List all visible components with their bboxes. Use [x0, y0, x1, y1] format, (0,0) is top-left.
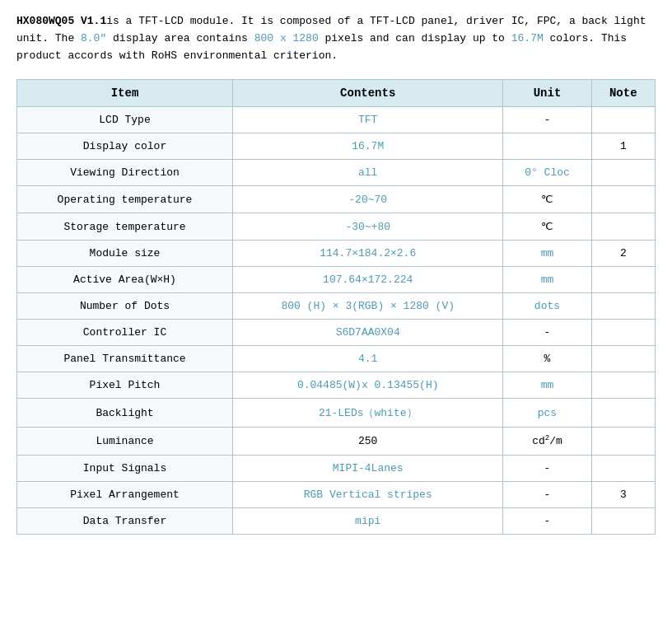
- cell-item: Input Signals: [17, 455, 233, 481]
- cell-note: [591, 346, 655, 372]
- cell-note: [591, 107, 655, 133]
- table-row: Pixel Pitch0.04485(W)x 0.13455(H)mm: [17, 372, 656, 399]
- cell-unit: 0° Cloc: [503, 160, 591, 186]
- cell-item: Pixel Pitch: [17, 372, 233, 399]
- table-row: Backlight21-LEDs（white）pcs: [17, 399, 656, 428]
- intro-text2: display area contains: [106, 32, 254, 44]
- cell-contents: -30~+80: [233, 213, 503, 241]
- cell-contents: 114.7×184.2×2.6: [233, 241, 503, 267]
- table-row: Controller ICS6D7AA0X04-: [17, 320, 656, 346]
- intro-paragraph: HX080WQ05 V1.1is a TFT-LCD module. It is…: [16, 13, 656, 64]
- table-row: Data Transfermipi-: [17, 507, 656, 534]
- colors: 16.7M: [511, 32, 544, 44]
- cell-unit: ℃: [503, 213, 591, 241]
- cell-note: 2: [591, 241, 655, 267]
- cell-item: Panel Transmittance: [17, 346, 233, 372]
- table-row: Display color16.7M1: [17, 133, 656, 160]
- cell-unit: ℃: [503, 186, 591, 213]
- cell-note: [591, 320, 655, 346]
- header-item: Item: [17, 80, 233, 107]
- cell-item: Operating temperature: [17, 186, 233, 213]
- cell-item: Controller IC: [17, 320, 233, 346]
- table-row: Pixel ArrangementRGB Vertical stripes-3: [17, 481, 656, 507]
- cell-contents: 0.04485(W)x 0.13455(H): [233, 372, 503, 399]
- cell-note: [591, 399, 655, 428]
- intro-text3: pixels and can display up to: [319, 32, 511, 44]
- table-row: Active Area(W×H)107.64×172.224mm: [17, 267, 656, 293]
- cell-contents: TFT: [233, 107, 503, 133]
- table-row: Number of Dots800 (H) × 3(RGB) × 1280 (V…: [17, 293, 656, 320]
- display-size: 8.0": [81, 32, 106, 44]
- cell-contents: RGB Vertical stripes: [233, 481, 503, 507]
- cell-contents: 4.1: [233, 346, 503, 372]
- cell-unit: [503, 133, 591, 160]
- cell-contents: 250: [233, 428, 503, 455]
- table-row: LCD TypeTFT-: [17, 107, 656, 133]
- cell-note: 1: [591, 133, 655, 160]
- cell-item: Number of Dots: [17, 293, 233, 320]
- cell-contents: -20~70: [233, 186, 503, 213]
- cell-unit: pcs: [503, 399, 591, 428]
- cell-contents: 16.7M: [233, 133, 503, 160]
- cell-item: Active Area(W×H): [17, 267, 233, 293]
- cell-note: [591, 455, 655, 481]
- cell-item: LCD Type: [17, 107, 233, 133]
- table-row: Input SignalsMIPI-4Lanes-: [17, 455, 656, 481]
- cell-unit: -: [503, 320, 591, 346]
- cell-item: Data Transfer: [17, 507, 233, 534]
- cell-note: [591, 186, 655, 213]
- cell-item: Module size: [17, 241, 233, 267]
- cell-contents: all: [233, 160, 503, 186]
- cell-note: [591, 160, 655, 186]
- header-note: Note: [591, 80, 655, 107]
- cell-unit: -: [503, 455, 591, 481]
- cell-note: 3: [591, 481, 655, 507]
- specs-table: Item Contents Unit Note LCD TypeTFT-Disp…: [16, 79, 656, 534]
- cell-contents: 107.64×172.224: [233, 267, 503, 293]
- cell-item: Luminance: [17, 428, 233, 455]
- cell-contents: S6D7AA0X04: [233, 320, 503, 346]
- cell-unit: cd2/m: [503, 428, 591, 455]
- cell-unit: mm: [503, 267, 591, 293]
- cell-unit: -: [503, 481, 591, 507]
- table-row: Storage temperature-30~+80℃: [17, 213, 656, 241]
- cell-unit: -: [503, 507, 591, 534]
- cell-note: [591, 267, 655, 293]
- cell-unit: dots: [503, 293, 591, 320]
- cell-contents: 800 (H) × 3(RGB) × 1280 (V): [233, 293, 503, 320]
- table-row: Module size114.7×184.2×2.6mm2: [17, 241, 656, 267]
- cell-unit: %: [503, 346, 591, 372]
- table-row: Viewing Directionall0° Cloc: [17, 160, 656, 186]
- cell-item: Storage temperature: [17, 213, 233, 241]
- header-unit: Unit: [503, 80, 591, 107]
- table-row: Luminance250cd2/m: [17, 428, 656, 455]
- cell-item: Pixel Arrangement: [17, 481, 233, 507]
- table-header-row: Item Contents Unit Note: [17, 80, 656, 107]
- table-row: Panel Transmittance4.1%: [17, 346, 656, 372]
- cell-contents: MIPI-4Lanes: [233, 455, 503, 481]
- model-name: HX080WQ05 V1.1: [16, 15, 106, 27]
- cell-unit: mm: [503, 372, 591, 399]
- table-row: Operating temperature-20~70℃: [17, 186, 656, 213]
- resolution: 800 x 1280: [254, 32, 319, 44]
- cell-item: Display color: [17, 133, 233, 160]
- cell-note: [591, 372, 655, 399]
- cell-item: Viewing Direction: [17, 160, 233, 186]
- cell-unit: -: [503, 107, 591, 133]
- cell-contents: 21-LEDs（white）: [233, 399, 503, 428]
- cell-item: Backlight: [17, 399, 233, 428]
- cell-note: [591, 507, 655, 534]
- cell-contents: mipi: [233, 507, 503, 534]
- cell-note: [591, 293, 655, 320]
- cell-unit: mm: [503, 241, 591, 267]
- header-contents: Contents: [233, 80, 503, 107]
- cell-note: [591, 213, 655, 241]
- cell-note: [591, 428, 655, 455]
